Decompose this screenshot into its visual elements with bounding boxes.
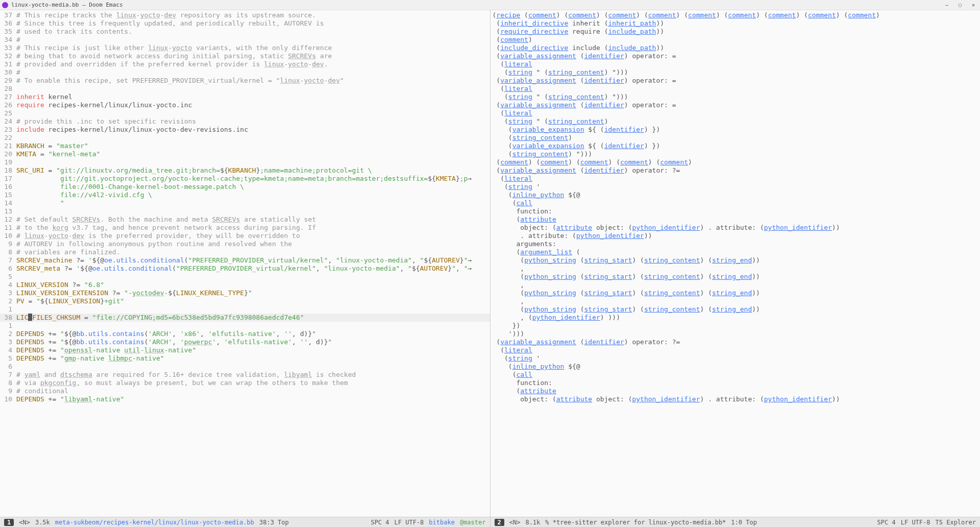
code-editor[interactable]: 37# This recipe tracks the linux-yocto-d…	[0, 10, 490, 517]
line-content[interactable]: LINUX_VERSION_EXTENSION ?= "-yoctodev-${…	[16, 289, 490, 297]
code-line[interactable]: 9# AUTOREV in following anonymous python…	[0, 240, 490, 248]
line-content[interactable]	[16, 363, 490, 371]
tree-line[interactable]: function:	[491, 379, 981, 387]
line-content[interactable]: KBRANCH = "master"	[16, 142, 490, 150]
line-content[interactable]	[16, 109, 490, 117]
line-content[interactable]: KMETA = "kernel-meta"	[16, 150, 490, 158]
line-content[interactable]: DEPENDS += "${@bb.utils.contains('ARCH',…	[16, 338, 490, 346]
line-content[interactable]: file://v4l2-vivid.cfg \	[16, 191, 490, 199]
code-line[interactable]: 33# This recipe is just like other linux…	[0, 44, 490, 52]
line-content[interactable]: # provide this .inc to set specific revi…	[16, 117, 490, 126]
line-content[interactable]: # This recipe tracks the linux-yocto-dev…	[16, 11, 490, 19]
code-line[interactable]: 16 file://0001-Change-kernel-boot-messag…	[0, 183, 490, 191]
tree-line[interactable]: (literal	[491, 175, 981, 183]
tree-line[interactable]: (string_content) ")))	[491, 150, 981, 158]
tree-line[interactable]: })	[491, 322, 981, 330]
code-line[interactable]: 10# linux-yocto-dev is the preferred pro…	[0, 232, 490, 240]
line-content[interactable]: # conditional	[16, 387, 490, 395]
line-content[interactable]: # used to track its contents.	[16, 28, 490, 36]
line-content[interactable]	[16, 85, 490, 93]
tree-line[interactable]: function:	[491, 207, 981, 215]
tree-line[interactable]: (variable_expansion ${ (identifier) })	[491, 126, 981, 134]
line-content[interactable]: DEPENDS += "gmp-native libmpc-native"	[16, 354, 490, 363]
code-line[interactable]: 37# This recipe tracks the linux-yocto-d…	[0, 11, 490, 19]
tree-line[interactable]: object: (attribute object: (python_ident…	[491, 224, 981, 232]
tree-line[interactable]: (variable_assignment (identifier) operat…	[491, 166, 981, 175]
line-content[interactable]	[16, 305, 490, 314]
tree-line[interactable]: ,	[491, 265, 981, 273]
tree-line[interactable]: (argument_list (	[491, 248, 981, 256]
code-line[interactable]: 20KMETA = "kernel-meta"	[0, 150, 490, 158]
maximize-button[interactable]: ▢	[953, 0, 967, 10]
line-content[interactable]: # variables are finalized.	[16, 248, 490, 256]
tree-line[interactable]: (string " (string_content) ")))	[491, 68, 981, 77]
tree-line[interactable]: . attribute: (python_identifier))	[491, 232, 981, 240]
tree-line[interactable]: (python_string (string_start) (string_co…	[491, 305, 981, 314]
line-content[interactable]	[16, 322, 490, 330]
code-line[interactable]: 2DEPENDS += "${@bb.utils.contains('ARCH'…	[0, 330, 490, 338]
tree-line[interactable]: (include_directive include (include_path…	[491, 44, 981, 52]
line-content[interactable]: # being that to avoid network access dur…	[16, 52, 490, 60]
minimize-button[interactable]: —	[940, 0, 953, 10]
line-content[interactable]	[16, 134, 490, 142]
tree-line[interactable]: (variable_expansion ${ (identifier) })	[491, 142, 981, 150]
tree-line[interactable]: (comment)	[491, 36, 981, 44]
code-line[interactable]: 28	[0, 85, 490, 93]
tree-line[interactable]: (require_directive require (include_path…	[491, 28, 981, 36]
code-line[interactable]: 1	[0, 305, 490, 314]
tree-line[interactable]: (python_string (string_start) (string_co…	[491, 273, 981, 281]
code-line[interactable]: 25	[0, 109, 490, 117]
code-line[interactable]: 24# provide this .inc to set specific re…	[0, 117, 490, 126]
line-content[interactable]	[16, 158, 490, 166]
file-path[interactable]: meta-sukbeom/recipes-kernel/linux/linux-…	[55, 519, 254, 526]
line-content[interactable]	[16, 207, 490, 215]
line-content[interactable]: SRCREV_meta ?= '${@oe.utils.conditional(…	[16, 265, 490, 273]
close-button[interactable]: ✕	[967, 0, 980, 10]
code-line[interactable]: 23include recipes-kernel/linux/linux-yoc…	[0, 126, 490, 134]
line-content[interactable]: # linux-yocto-dev is the preferred provi…	[16, 232, 490, 240]
tree-line[interactable]: (variable_assignment (identifier) operat…	[491, 101, 981, 109]
tree-line[interactable]: (literal	[491, 85, 981, 93]
line-content[interactable]: # Since this tree is frequently updated,…	[16, 19, 490, 28]
code-line[interactable]: 31# provided and overridden if the prefe…	[0, 60, 490, 68]
tree-line[interactable]: (call	[491, 199, 981, 207]
tree-line[interactable]: (python_string (string_start) (string_co…	[491, 289, 981, 297]
line-content[interactable]: LINUX_VERSION ?= "6.8"	[16, 281, 490, 289]
code-line[interactable]: 12# Set default SRCREVs. Both the machin…	[0, 215, 490, 224]
line-content[interactable]: # AUTOREV in following anonymous python …	[16, 240, 490, 248]
code-line[interactable]: 8# variables are finalized.	[0, 248, 490, 256]
line-content[interactable]: SRC_URI = "git://linuxtv.org/media_tree.…	[16, 166, 490, 175]
code-line[interactable]: 30#	[0, 68, 490, 77]
tree-line[interactable]: (inline_python ${@	[491, 363, 981, 371]
code-line[interactable]: 4DEPENDS += "openssl-native util-linux-n…	[0, 346, 490, 354]
code-line[interactable]: 34#	[0, 36, 490, 44]
line-content[interactable]: require recipes-kernel/linux/linux-yocto…	[16, 101, 490, 109]
code-line[interactable]: 22	[0, 134, 490, 142]
line-content[interactable]: git://git.yoctoproject.org/yocto-kernel-…	[16, 175, 490, 183]
code-line[interactable]: 4LINUX_VERSION ?= "6.8"	[0, 281, 490, 289]
code-line[interactable]: 6SRCREV_meta ?= '${@oe.utils.conditional…	[0, 265, 490, 273]
tree-line[interactable]: (inline_python ${@	[491, 191, 981, 199]
line-content[interactable]: # via pkgconfig, so must always be prese…	[16, 379, 490, 387]
code-line[interactable]: 19	[0, 158, 490, 166]
line-content[interactable]: DEPENDS += "libyaml-native"	[16, 395, 490, 403]
tree-line[interactable]: (variable_assignment (identifier) operat…	[491, 77, 981, 85]
code-line[interactable]: 38LIC_FILES_CHKSUM = "file://COPYING;md5…	[0, 314, 490, 322]
tree-line[interactable]: (python_string (string_start) (string_co…	[491, 256, 981, 265]
code-line[interactable]: 29# To enable this recipe, set PREFERRED…	[0, 77, 490, 85]
tree-sitter-explorer[interactable]: (recipe (comment) (comment) (comment) (c…	[491, 10, 981, 517]
code-line[interactable]: 36# Since this tree is frequently update…	[0, 19, 490, 28]
tree-line[interactable]: (call	[491, 371, 981, 379]
line-content[interactable]: # yaml and dtschema are required for 5.1…	[16, 371, 490, 379]
line-content[interactable]: file://0001-Change-kernel-boot-message.p…	[16, 183, 490, 191]
tree-line[interactable]: ,	[491, 281, 981, 289]
tree-line[interactable]: (literal	[491, 109, 981, 117]
code-line[interactable]: 35# used to track its contents.	[0, 28, 490, 36]
tree-line[interactable]: (string '	[491, 354, 981, 363]
code-line[interactable]: 11# to the korg v3.7 tag, and hence prev…	[0, 224, 490, 232]
tree-line[interactable]: arguments:	[491, 240, 981, 248]
line-content[interactable]: LIC_FILES_CHKSUM = "file://COPYING;md5=6…	[16, 314, 490, 322]
tree-line[interactable]: (string " (string_content) ")))	[491, 93, 981, 101]
line-content[interactable]: PV = "${LINUX_VERSION}+git"	[16, 297, 490, 305]
tree-line[interactable]: (string '	[491, 183, 981, 191]
